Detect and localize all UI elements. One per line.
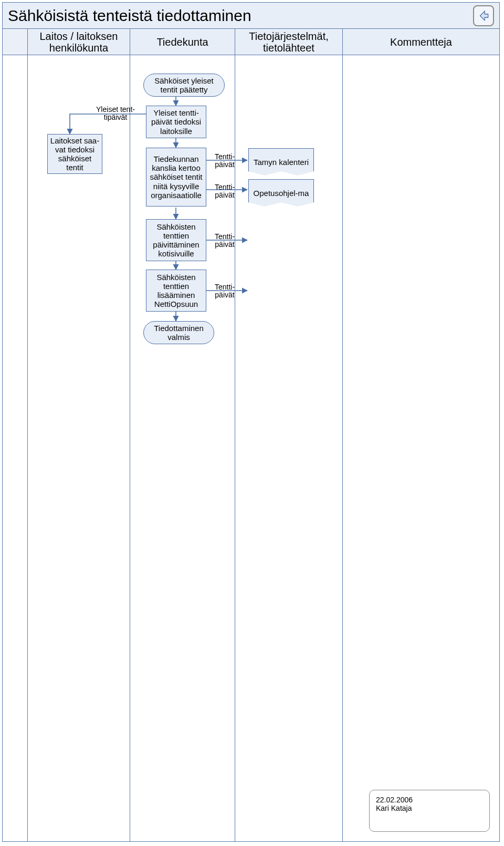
doc-opetusohjelma: Opetusohjel-ma [248, 179, 314, 207]
process-kanslia: Tiedekunnan kanslia kertoo sähköiset ten… [146, 148, 206, 207]
col-header-line: henkilökunta [30, 42, 128, 54]
lane-gutter [3, 55, 28, 841]
process-yleiset-tiedoksi: Yleiset tentti-päivät tiedoksi laitoksil… [146, 106, 206, 138]
start-terminator: Sähköiset yleiset tentit päätetty [143, 74, 225, 97]
header-gutter [3, 29, 28, 55]
node-label: Tiedekunnan kanslia kertoo sähköiset ten… [149, 154, 204, 200]
swimlane-diagram: Sähköisistä tenteistä tiedottaminen Lait… [2, 2, 500, 842]
col-header-tiedekunta: Tiedekunta [130, 29, 235, 55]
back-arrow-icon [477, 9, 490, 23]
meta-date: 22.02.2006 [376, 796, 483, 804]
column-headers: Laitos / laitoksen henkilökunta Tiedekun… [3, 29, 499, 55]
col-header-laitos: Laitos / laitoksen henkilökunta [28, 29, 130, 55]
col-header-line: Laitos / laitoksen [30, 30, 128, 42]
diagram-title: Sähköisistä tenteistä tiedottaminen [8, 7, 251, 25]
process-laitokset-saavat: Laitokset saa-vat tiedoksi sähköiset ten… [47, 134, 102, 174]
col-header-tietojarjestelmat: Tietojärjestelmät, tietolähteet [235, 29, 343, 55]
node-label: Opetusohjel-ma [254, 189, 309, 198]
back-button[interactable] [473, 5, 494, 26]
process-paivittaminen: Sähköisten tenttien päivittäminen kotisi… [146, 219, 206, 261]
col-header-kommentteja: Kommentteja [343, 29, 499, 55]
node-label: Laitokset saa-vat tiedoksi sähköiset ten… [50, 136, 100, 172]
lane-kommentteja: 22.02.2006 Kari Kataja [343, 55, 499, 841]
node-label: Sähköisten tenttien päivittäminen kotisi… [149, 222, 204, 259]
title-bar: Sähköisistä tenteistä tiedottaminen [3, 3, 499, 29]
node-label: Tiedottaminen valmis [146, 324, 212, 342]
end-terminator: Tiedottaminen valmis [143, 321, 214, 344]
node-label: Sähköisten tenttien lisääminen NettiOpsu… [149, 273, 204, 309]
meta-box: 22.02.2006 Kari Kataja [369, 790, 490, 832]
col-header-line: Tietojärjestelmät, [237, 30, 340, 42]
process-lisaaminen: Sähköisten tenttien lisääminen NettiOpsu… [146, 270, 206, 312]
doc-tamyn: Tamyn kalenteri [248, 148, 314, 176]
col-header-line: tietolähteet [237, 42, 340, 54]
node-label: Sähköiset yleiset tentit päätetty [146, 76, 222, 95]
node-label: Tamyn kalenteri [254, 158, 309, 167]
node-label: Yleiset tentti-päivät tiedoksi laitoksil… [149, 108, 204, 136]
meta-author: Kari Kataja [376, 804, 483, 812]
